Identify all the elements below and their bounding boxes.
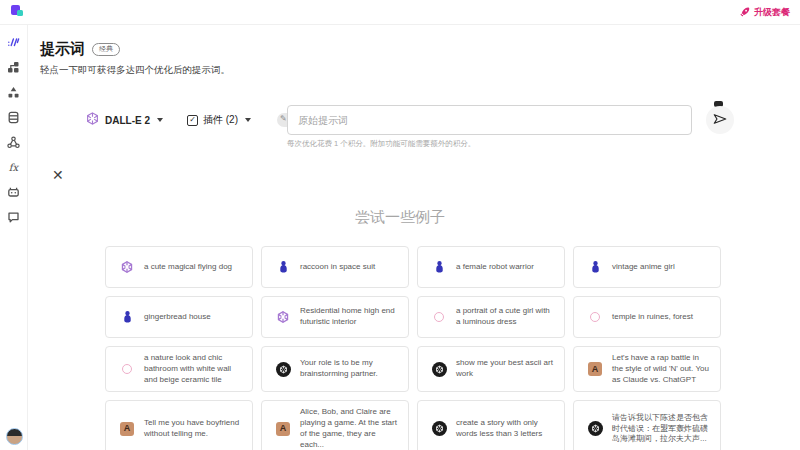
prompt-input[interactable]: [287, 105, 692, 135]
robot-icon: [7, 186, 20, 199]
pencil-icon: ✎: [280, 115, 287, 123]
sidebar-item-flows[interactable]: [6, 60, 21, 75]
example-text: gingerbread house: [144, 312, 211, 323]
example-text: Your role is to be my brainstorming part…: [300, 358, 400, 380]
chat-bubble-icon: [7, 211, 20, 224]
example-text: 请告诉我以下陈述是否包含时代错误：在盟军轰炸硫磺岛海滩期间，拉尔夫大声...: [612, 413, 712, 445]
example-text: Residential home high end futuristic int…: [300, 306, 400, 328]
openai-icon: [119, 260, 135, 274]
sidebar-item-services[interactable]: [6, 135, 21, 150]
example-card[interactable]: vintage anime girl: [573, 246, 721, 288]
model-ring-icon: [119, 364, 135, 374]
openai-dark-icon: [275, 362, 291, 377]
openai-dark-icon: [587, 421, 603, 436]
plugin-checkbox[interactable]: ✓: [187, 115, 198, 126]
example-text: vintage anime girl: [612, 262, 675, 273]
example-text: create a story with only words less than…: [456, 418, 556, 440]
credit-note: 每次优化花费 1 个积分。附加功能可能需要额外的积分。: [287, 139, 475, 149]
example-card[interactable]: a female robot warrior: [417, 246, 565, 288]
chevron-down-icon: [157, 118, 163, 122]
example-card[interactable]: gingerbread house: [105, 296, 253, 338]
prompt-slashes-icon: [7, 36, 20, 49]
example-text: a female robot warrior: [456, 262, 534, 273]
plugin-selector[interactable]: ✓ 插件 (2): [187, 113, 251, 127]
example-text: temple in ruines, forest: [612, 312, 693, 323]
example-text: Let's have a rap battle in the style of …: [612, 353, 712, 385]
example-card[interactable]: raccoon in space suit: [261, 246, 409, 288]
page-subtitle: 轻点一下即可获得多达四个优化后的提示词。: [40, 64, 230, 77]
triangle-nodes-icon: [7, 86, 20, 99]
example-card[interactable]: Your role is to be my brainstorming part…: [261, 346, 409, 392]
rocket-icon: [740, 7, 750, 17]
fx-icon: fx: [9, 162, 18, 173]
model-ring-icon: [431, 312, 447, 322]
paper-plane-icon: [713, 113, 727, 128]
example-card[interactable]: 请告诉我以下陈述是否包含时代错误：在盟军轰炸硫磺岛海滩期间，拉尔夫大声...: [573, 400, 721, 450]
optimize-send-button[interactable]: [706, 106, 734, 134]
promptperfect-logo-icon[interactable]: [10, 4, 26, 20]
stable-diffusion-icon: [431, 260, 447, 274]
database-icon: [7, 111, 20, 124]
sidebar-item-feedback[interactable]: [6, 210, 21, 225]
example-card[interactable]: a cute magical flying dog: [105, 246, 253, 288]
mode-badge: 经典: [92, 43, 120, 55]
example-text: a nature look and chic bathroom with whi…: [144, 353, 244, 385]
example-text: Tell me you have boyfriend without telli…: [144, 418, 244, 440]
example-card[interactable]: ALet's have a rap battle in the style of…: [573, 346, 721, 392]
sidebar-item-arena[interactable]: [6, 185, 21, 200]
example-card[interactable]: create a story with only words less than…: [417, 400, 565, 450]
model-selector-value: DALL-E 2: [105, 115, 150, 126]
close-examples-icon[interactable]: ✕: [52, 168, 64, 182]
upgrade-plan-button[interactable]: 升级套餐: [740, 6, 790, 19]
anthropic-icon: A: [119, 422, 135, 436]
sidebar-item-prompt-optimizer[interactable]: [6, 35, 21, 50]
flow-blocks-icon: [7, 61, 20, 74]
example-card[interactable]: AAlice, Bob, and Claire are playing a ga…: [261, 400, 409, 450]
top-bar: 升级套餐: [0, 0, 800, 25]
sidebar-item-data[interactable]: [6, 110, 21, 125]
openai-icon: [275, 310, 291, 324]
openai-dark-icon: [431, 362, 447, 377]
example-text: a portrait of a cute girl with a luminou…: [456, 306, 556, 328]
stable-diffusion-icon: [119, 310, 135, 324]
model-selector[interactable]: DALL-E 2: [85, 111, 163, 130]
example-card[interactable]: a portrait of a cute girl with a luminou…: [417, 296, 565, 338]
examples-grid: a cute magical flying dograccoon in spac…: [105, 246, 723, 450]
example-text: Alice, Bob, and Claire are playing a gam…: [300, 407, 400, 450]
example-text: raccoon in space suit: [300, 262, 375, 273]
openai-dark-icon: [431, 421, 447, 436]
example-card[interactable]: ATell me you have boyfriend without tell…: [105, 400, 253, 450]
anthropic-icon: A: [275, 422, 291, 436]
example-card[interactable]: a nature look and chic bathroom with whi…: [105, 346, 253, 392]
example-text: a cute magical flying dog: [144, 262, 232, 273]
examples-heading: 尝试一些例子: [28, 208, 772, 227]
plugin-selector-label: 插件 (2): [203, 113, 238, 127]
sidebar-item-hierarchy[interactable]: [6, 85, 21, 100]
anthropic-icon: A: [587, 362, 603, 376]
chevron-down-icon: [245, 118, 251, 122]
model-ring-icon: [587, 312, 603, 322]
page-title: 提示词: [40, 40, 85, 59]
upgrade-plan-label: 升级套餐: [754, 6, 790, 19]
openai-logo-icon: [85, 111, 100, 130]
example-card[interactable]: show me your best ascii art work: [417, 346, 565, 392]
sidebar-item-functions[interactable]: fx: [6, 160, 21, 175]
left-sidebar: fx: [0, 25, 28, 450]
example-text: show me your best ascii art work: [456, 358, 556, 380]
example-card[interactable]: Residential home high end futuristic int…: [261, 296, 409, 338]
stable-diffusion-icon: [587, 260, 603, 274]
user-avatar[interactable]: [6, 428, 23, 445]
example-card[interactable]: temple in ruines, forest: [573, 296, 721, 338]
molecule-icon: [7, 136, 20, 149]
stable-diffusion-icon: [275, 260, 291, 274]
